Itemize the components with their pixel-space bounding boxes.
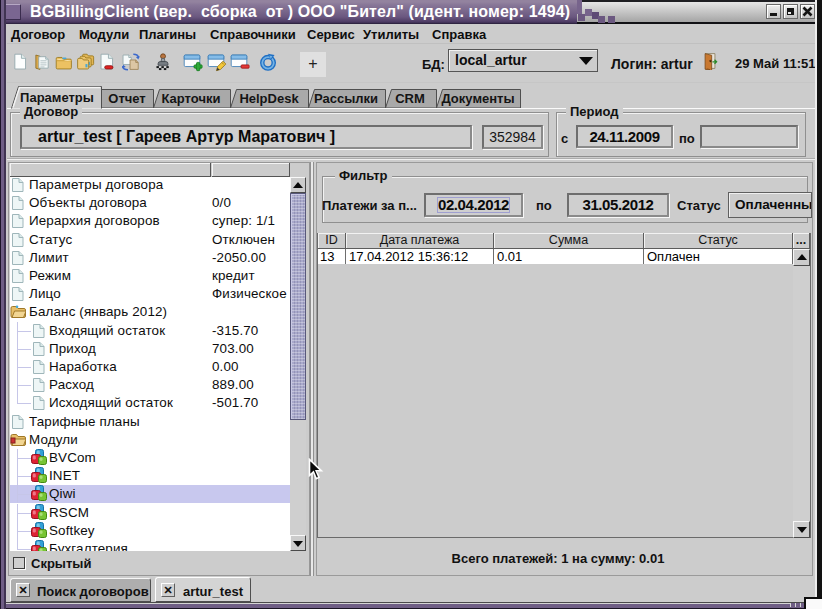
svg-text:Параметры: Параметры	[20, 90, 94, 105]
svg-text:Отчет: Отчет	[108, 91, 145, 106]
svg-text:CRM: CRM	[395, 91, 425, 106]
svg-text:Карточки: Карточки	[162, 91, 221, 106]
svg-text:HelpDesk: HelpDesk	[239, 91, 299, 106]
svg-text:Рассылки: Рассылки	[314, 91, 378, 106]
svg-text:Документы: Документы	[441, 91, 514, 106]
